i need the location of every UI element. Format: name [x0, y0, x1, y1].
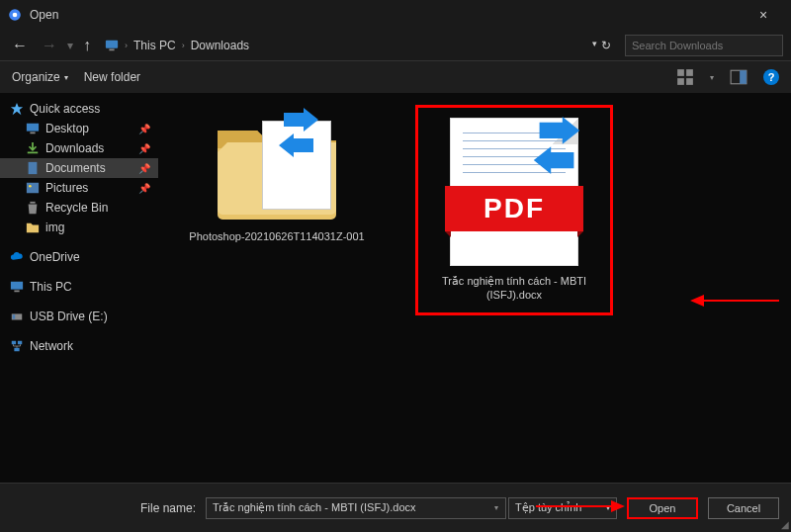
network-icon: [10, 339, 24, 353]
svg-rect-6: [677, 78, 684, 85]
footer: File name: ▾ Tệp tùy chỉnh▾ Open Cancel: [0, 483, 791, 532]
resize-grip[interactable]: ◢: [781, 519, 789, 530]
close-button[interactable]: ×: [744, 7, 783, 23]
breadcrumb[interactable]: › This PC › Downloads: [101, 39, 586, 52]
filename-input[interactable]: [206, 497, 506, 519]
sidebar: Quick access Desktop📌 Downloads📌 Documen…: [0, 93, 158, 483]
forward-button[interactable]: →: [38, 35, 61, 56]
pdf-badge: PDF: [445, 186, 583, 231]
svg-rect-3: [109, 48, 114, 50]
star-icon: [10, 102, 24, 116]
path-dropdown[interactable]: ▾: [592, 39, 597, 52]
nav-separator: ▾: [67, 39, 73, 52]
svg-marker-27: [611, 500, 625, 512]
svg-rect-12: [30, 133, 35, 134]
sidebar-downloads[interactable]: Downloads📌: [0, 138, 158, 158]
path-controls: ▾ ↻: [592, 39, 611, 52]
downloads-icon: [26, 141, 40, 155]
help-button[interactable]: ?: [763, 69, 779, 85]
open-button[interactable]: Open: [627, 497, 698, 519]
sidebar-usb[interactable]: USB Drive (E:): [0, 307, 158, 326]
svg-rect-17: [11, 282, 23, 290]
sidebar-onedrive[interactable]: OneDrive: [0, 247, 158, 267]
sync-overlay-icon: [274, 108, 323, 157]
breadcrumb-root[interactable]: This PC: [133, 39, 176, 52]
navbar: ← → ▾ ↑ › This PC › Downloads ▾ ↻: [0, 30, 791, 61]
file-folder[interactable]: Photoshop-20210626T114031Z-001: [178, 105, 376, 251]
documents-icon: [26, 161, 40, 175]
cloud-icon: [10, 250, 24, 264]
search-input[interactable]: [625, 35, 783, 56]
sidebar-thispc[interactable]: This PC: [0, 277, 158, 297]
file-label: Trắc nghiệm tính cách - MBTI (ISFJ).docx: [428, 274, 600, 303]
desktop-icon: [26, 122, 40, 135]
file-label: Photoshop-20210626T114031Z-001: [189, 229, 364, 243]
titlebar: Open ×: [0, 0, 791, 30]
chevron-right-icon: ›: [125, 41, 128, 50]
svg-rect-4: [677, 69, 684, 76]
annotation-arrow: [690, 291, 779, 310]
svg-rect-14: [27, 183, 39, 194]
sidebar-quick-access[interactable]: Quick access: [0, 99, 158, 119]
svg-point-15: [29, 185, 32, 188]
svg-rect-9: [740, 70, 747, 84]
svg-rect-23: [14, 348, 19, 352]
up-button[interactable]: ↑: [79, 35, 95, 56]
back-button[interactable]: ←: [8, 35, 32, 56]
pictures-icon: [26, 181, 40, 195]
svg-rect-11: [27, 124, 39, 132]
svg-rect-16: [30, 202, 35, 204]
usb-icon: [10, 310, 24, 323]
sidebar-recyclebin[interactable]: Recycle Bin: [0, 198, 158, 218]
sidebar-network[interactable]: Network: [0, 336, 158, 356]
annotation-arrow: [536, 498, 625, 514]
organize-button[interactable]: Organize ▾: [12, 70, 68, 84]
svg-rect-13: [29, 162, 38, 174]
file-list: Photoshop-20210626T114031Z-001 PDF Trắc …: [158, 93, 791, 483]
svg-rect-5: [686, 69, 693, 76]
pdf-large-icon: PDF: [450, 118, 578, 266]
svg-rect-7: [686, 78, 693, 85]
pin-icon: 📌: [138, 163, 150, 174]
sync-overlay-icon: [528, 117, 585, 174]
new-folder-button[interactable]: New folder: [84, 70, 140, 84]
svg-rect-18: [14, 291, 19, 293]
pc-icon: [10, 280, 24, 294]
sidebar-pictures[interactable]: Pictures📌: [0, 178, 158, 198]
file-document-selected[interactable]: PDF Trắc nghiệm tính cách - MBTI (ISFJ).…: [415, 105, 613, 315]
filename-dropdown[interactable]: ▾: [494, 503, 498, 512]
sidebar-img[interactable]: img: [0, 218, 158, 237]
filename-label: File name:: [140, 501, 196, 515]
svg-marker-10: [11, 103, 23, 115]
toolbar: Organize ▾ New folder ▾ ?: [0, 61, 791, 93]
pin-icon: 📌: [138, 143, 150, 154]
pc-icon: [105, 39, 119, 52]
svg-rect-22: [18, 341, 22, 345]
recyclebin-icon: [26, 201, 40, 215]
sidebar-documents[interactable]: Documents📌: [0, 158, 158, 178]
breadcrumb-folder[interactable]: Downloads: [191, 39, 249, 52]
pin-icon: 📌: [138, 124, 150, 134]
preview-pane-icon[interactable]: [730, 68, 747, 86]
svg-rect-21: [12, 341, 16, 345]
chevron-right-icon: ›: [182, 41, 185, 50]
svg-rect-2: [106, 40, 118, 47]
folder-large-icon: [213, 113, 341, 222]
sidebar-desktop[interactable]: Desktop📌: [0, 119, 158, 138]
folder-icon: [26, 221, 40, 234]
chrome-icon: [8, 8, 22, 22]
view-dropdown[interactable]: ▾: [710, 73, 714, 82]
svg-point-1: [13, 13, 18, 18]
svg-rect-20: [13, 314, 16, 318]
refresh-button[interactable]: ↻: [601, 39, 611, 52]
view-mode-icon[interactable]: [676, 68, 694, 86]
window-title: Open: [30, 8, 744, 22]
cancel-button[interactable]: Cancel: [708, 497, 779, 519]
svg-marker-25: [690, 295, 704, 307]
pin-icon: 📌: [138, 183, 150, 194]
